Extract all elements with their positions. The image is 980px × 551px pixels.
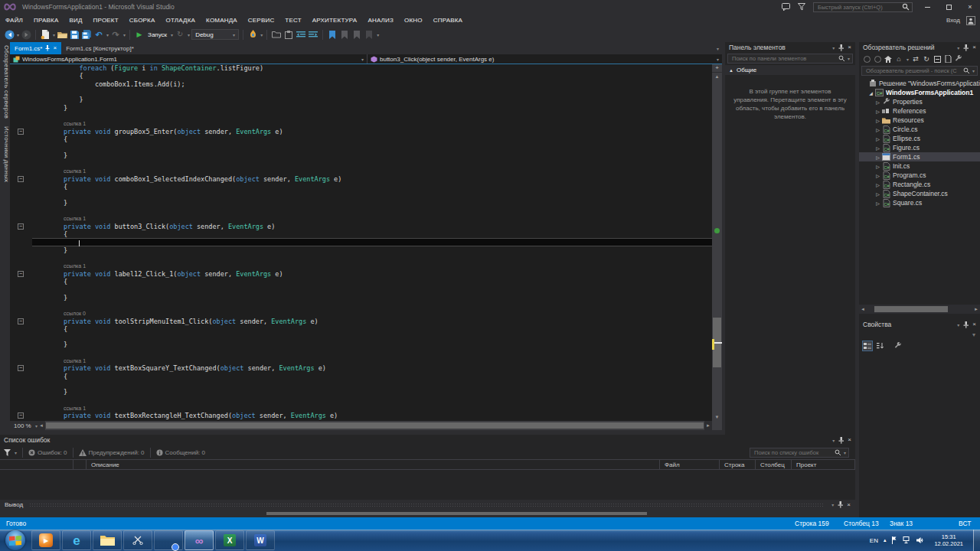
output-scroll-thumb[interactable] (266, 512, 647, 515)
column-header-проект[interactable]: Проект (792, 460, 855, 469)
word[interactable]: W (246, 530, 275, 550)
menu-item-analyze[interactable]: АНАЛИЗ (362, 17, 399, 24)
code-line[interactable] (10, 302, 712, 309)
chevron-down-icon[interactable]: ▾ (972, 68, 975, 73)
errors-count-button[interactable]: Ошибок: 0 (28, 449, 67, 456)
code-line[interactable] (10, 191, 712, 198)
user-account-icon[interactable] (966, 16, 975, 25)
navigate-forward-button[interactable] (21, 28, 31, 41)
tree-item-references[interactable]: ▷References (859, 106, 980, 116)
code-line[interactable]: − private void textBoxSquareY_TextChange… (10, 364, 712, 372)
code-line[interactable]: } (10, 152, 712, 159)
menu-item-help[interactable]: СПРАВКА (428, 17, 468, 24)
code-line[interactable]: } (10, 199, 712, 207)
scroll-up-icon[interactable]: ▲ (712, 73, 722, 80)
undo-dropdown-icon[interactable]: ▾ (106, 32, 109, 37)
code-line[interactable]: { (10, 72, 712, 80)
windows-explorer[interactable] (93, 530, 122, 550)
warnings-count-button[interactable]: Предупреждений: 0 (79, 449, 145, 456)
codelens-line[interactable]: ссылка 1 (10, 167, 712, 174)
menu-item-edit[interactable]: ПРАВКА (28, 17, 64, 24)
code-line[interactable] (10, 285, 712, 293)
close-icon[interactable]: × (847, 502, 851, 508)
solution-configuration-combo[interactable]: Debug▾ (191, 29, 239, 40)
scroll-thumb[interactable] (874, 306, 948, 312)
start-debug-label[interactable]: Запуск (148, 31, 167, 38)
vertical-scrollbar[interactable]: + ▲ ▼ (712, 64, 722, 421)
code-line[interactable]: } (10, 246, 712, 254)
column-header-icon[interactable] (0, 460, 74, 469)
collapsed-icon[interactable]: ▷ (874, 191, 881, 197)
collapsed-icon[interactable]: ▷ (874, 127, 881, 132)
show-hidden-icons-icon[interactable]: ▴ (884, 537, 887, 543)
chevron-down-icon[interactable]: ▾ (906, 57, 909, 62)
bookmark-icon[interactable] (327, 28, 338, 41)
code-line[interactable] (10, 254, 712, 262)
search-icon[interactable] (835, 449, 841, 456)
property-pages-icon[interactable] (894, 342, 902, 350)
pin-icon[interactable] (963, 44, 969, 51)
code-line[interactable]: { (10, 325, 712, 333)
show-all-files-icon[interactable] (944, 54, 952, 64)
code-line[interactable]: } (10, 388, 712, 396)
column-header-строка[interactable]: Строка (720, 460, 756, 469)
column-header-icon[interactable] (74, 460, 87, 469)
search-icon[interactable] (902, 3, 910, 11)
column-header-описание[interactable]: Описание (87, 460, 660, 469)
error-list-search-input[interactable] (753, 448, 833, 457)
redo-dropdown-icon[interactable]: ▾ (123, 32, 126, 37)
home-icon[interactable] (884, 54, 892, 64)
window-position-dropdown-icon[interactable]: ▾ (832, 45, 835, 51)
toolbar-overflow-icon[interactable]: ▾ (377, 32, 379, 37)
undo-button[interactable]: ↶ (93, 28, 104, 41)
output-title[interactable]: Вывод (5, 501, 23, 508)
open-file-button[interactable] (57, 28, 67, 41)
tab-server-explorer[interactable]: Обозреватель серверов (2, 45, 10, 119)
filter-dropdown-icon[interactable]: ▾ (15, 450, 17, 455)
editor-current-line[interactable] (10, 238, 712, 246)
restore-button[interactable] (942, 2, 956, 11)
column-header-столбец[interactable]: Столбец (756, 460, 792, 469)
code-line[interactable]: { (10, 373, 712, 380)
solution-explorer-hscrollbar[interactable]: ◄ ► (859, 305, 980, 314)
find-in-files-icon[interactable] (271, 28, 282, 41)
code-line[interactable] (10, 143, 712, 151)
codelens-line[interactable]: ссылка 1 (10, 357, 712, 364)
action-center-flag-icon[interactable] (891, 536, 897, 544)
tree-item-properties[interactable]: ▷Properties (859, 97, 980, 106)
fold-collapse-box[interactable]: − (18, 223, 24, 230)
window-position-dropdown-icon[interactable]: ▾ (957, 45, 959, 51)
code-line[interactable]: − private void button3_Click(object send… (10, 223, 712, 230)
scroll-left-icon[interactable]: ◄ (859, 307, 867, 311)
close-icon[interactable]: × (848, 44, 851, 51)
excel[interactable]: X (215, 530, 244, 550)
codelens-line[interactable]: ссылка 1 (10, 119, 712, 127)
code-line[interactable]: − private void toolStripMenuItem1_Click(… (10, 318, 712, 325)
code-line[interactable] (10, 396, 712, 404)
fold-collapse-box[interactable]: − (18, 365, 24, 371)
save-button[interactable] (69, 28, 80, 41)
column-header-файл[interactable]: Файл (660, 460, 720, 469)
menu-item-debug[interactable]: ОТЛАДКА (161, 17, 201, 24)
minimize-button[interactable] (920, 2, 934, 11)
close-icon[interactable]: × (848, 437, 851, 443)
window-position-dropdown-icon[interactable]: ▾ (832, 438, 835, 443)
code-line[interactable]: { (10, 183, 712, 191)
solution-explorer-header[interactable]: Обозреватель решений ▾ × (859, 42, 980, 53)
collapsed-icon[interactable]: ▷ (874, 136, 881, 142)
close-icon[interactable]: × (972, 44, 976, 51)
code-text-area[interactable]: foreach (Figure i in ShapeContainer.list… (10, 64, 712, 421)
language-indicator[interactable]: EN (870, 537, 878, 544)
next-bookmark-icon[interactable] (351, 28, 362, 41)
tree-item--windowsformsapplication[interactable]: Решение "WindowsFormsApplication (859, 79, 980, 88)
member-dropdown[interactable]: button3_Click(object sender, EventArgs e… (367, 54, 722, 64)
clock[interactable]: 15:31 12.02.2021 (934, 533, 963, 547)
toolbox-search-box[interactable]: ▾ (727, 54, 853, 64)
collapsed-icon[interactable]: ▷ (874, 164, 881, 169)
close-icon[interactable]: × (972, 321, 976, 328)
clear-bookmarks-icon[interactable] (364, 28, 374, 41)
menu-item-build[interactable]: СБОРКА (124, 17, 161, 24)
new-file-dropdown-icon[interactable]: ▾ (53, 32, 55, 37)
code-line[interactable]: { (10, 135, 712, 143)
back-icon[interactable] (863, 54, 871, 64)
